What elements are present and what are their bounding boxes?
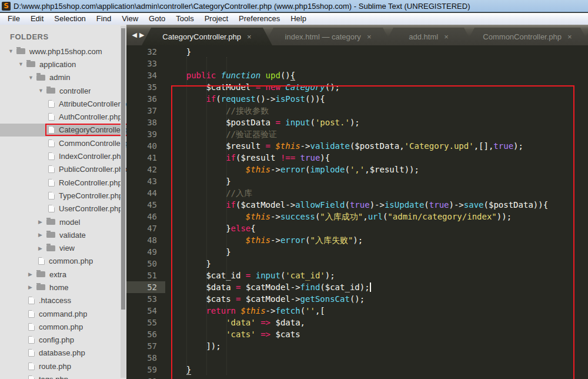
code-text[interactable]: //接收参数	[165, 105, 588, 117]
line-number[interactable]: 39	[126, 128, 165, 140]
collapsed-triangle-icon[interactable]: ▶	[28, 284, 36, 290]
menu-selection[interactable]: Selection	[49, 13, 91, 25]
tree-item-model[interactable]: ▶model	[0, 215, 126, 228]
code-text[interactable]: return $this->fetch('',[	[165, 305, 588, 317]
tree-item-usercontroller-php[interactable]: UserController.php	[0, 202, 126, 215]
code-text[interactable]	[165, 352, 588, 364]
line-number[interactable]: 47	[126, 222, 165, 234]
line-number[interactable]: 60	[126, 375, 165, 379]
collapsed-triangle-icon[interactable]: ▶	[38, 232, 46, 238]
code-text[interactable]: 'data' => $data,	[165, 317, 588, 328]
code-text[interactable]: }	[165, 46, 588, 58]
tab-scroll-left-icon[interactable]: ◀	[132, 31, 137, 39]
code-text[interactable]: $this->success("入库成功",url("admin/categor…	[165, 211, 588, 222]
menu-tools[interactable]: Tools	[171, 13, 199, 25]
line-number[interactable]: 44	[126, 187, 165, 199]
code-editor[interactable]: 32 }3334 public function upd(){35 $catMo…	[126, 45, 588, 379]
code-text[interactable]: //入库	[165, 187, 588, 199]
tree-item-commoncontroller-php[interactable]: CommonController.php	[0, 137, 126, 149]
code-text[interactable]: $catModel = new Category();	[165, 81, 588, 93]
menu-goto[interactable]: Goto	[143, 13, 171, 25]
sidebar-scrollbar[interactable]	[121, 26, 126, 378]
line-number[interactable]: 34	[126, 69, 165, 81]
menu-edit[interactable]: Edit	[25, 13, 49, 25]
menu-preferences[interactable]: Preferences	[233, 13, 285, 25]
tab-scroll-right-icon[interactable]: ▶	[139, 31, 144, 39]
collapsed-triangle-icon[interactable]: ▶	[38, 219, 46, 225]
line-number[interactable]: 58	[126, 352, 165, 364]
code-text[interactable]: }	[165, 175, 588, 187]
code-text[interactable]: 'cats' => $cats	[165, 328, 588, 340]
code-text[interactable]: //验证器验证	[165, 128, 588, 140]
tree-item-common-php[interactable]: common.php	[0, 255, 126, 268]
menu-find[interactable]: Find	[91, 13, 116, 25]
tree-item-indexcontroller-php[interactable]: IndexController.php	[0, 149, 126, 162]
tree-item-validate[interactable]: ▶validate	[0, 228, 126, 241]
line-number[interactable]: 51	[126, 270, 165, 281]
line-number[interactable]: 59	[126, 364, 165, 375]
tree-item-view[interactable]: ▶view	[0, 241, 126, 254]
line-number[interactable]: 48	[126, 234, 165, 246]
tree-item-database-php[interactable]: database.php	[0, 347, 126, 360]
line-number[interactable]: 43	[126, 175, 165, 187]
tree-item-home[interactable]: ▶home	[0, 281, 126, 294]
code-text[interactable]: if($catModel->allowField(true)->isUpdate…	[165, 199, 588, 211]
tree-item-rolecontroller-php[interactable]: RoleController.php	[0, 176, 126, 189]
line-number[interactable]: 53	[126, 293, 165, 305]
line-number[interactable]: 38	[126, 117, 165, 128]
line-number[interactable]: 32	[126, 46, 165, 58]
code-text[interactable]: $this->error(implode(',',$result));	[165, 164, 588, 175]
tree-item-command-php[interactable]: command.php	[0, 307, 126, 320]
code-text[interactable]: }else{	[165, 222, 588, 234]
line-number[interactable]: 35	[126, 81, 165, 93]
tree-item-route-php[interactable]: route.php	[0, 360, 126, 373]
tree-item--htaccess[interactable]: .htaccess	[0, 294, 126, 307]
tab-close-icon[interactable]: ×	[444, 32, 449, 41]
tab-index-html-category[interactable]: index.html — category×	[264, 28, 392, 45]
line-number[interactable]: 42	[126, 164, 165, 175]
tab-close-icon[interactable]: ×	[367, 32, 372, 41]
line-number[interactable]: 37	[126, 105, 165, 117]
line-number[interactable]: 57	[126, 340, 165, 352]
tree-item-common-php[interactable]: common.php	[0, 320, 126, 333]
tree-item-attributecontroller-php[interactable]: AttributeController.php	[0, 97, 126, 110]
code-text[interactable]: if(request()->isPost()){	[165, 93, 588, 105]
tree-item-config-php[interactable]: config.php	[0, 334, 126, 347]
menu-help[interactable]: Help	[285, 13, 312, 25]
expanded-triangle-icon[interactable]: ▼	[8, 48, 16, 54]
line-number[interactable]: 50	[126, 258, 165, 270]
tree-item-controller[interactable]: ▼controller	[0, 84, 126, 97]
code-text[interactable]: ]);	[165, 340, 588, 352]
tree-item-typecontroller-php[interactable]: TypeController.php	[0, 189, 126, 202]
line-number[interactable]: 49	[126, 246, 165, 258]
tree-item-categorycontroller-php[interactable]: CategoryController.php	[0, 124, 126, 137]
tree-item-extra[interactable]: ▶extra	[0, 268, 126, 281]
tree-item-www-php15shop-com[interactable]: ▼www.php15shop.com	[0, 45, 126, 58]
code-text[interactable]: $postData = input('post.');	[165, 117, 588, 128]
code-text[interactable]: }	[165, 246, 588, 258]
line-number[interactable]: 45	[126, 199, 165, 211]
expanded-triangle-icon[interactable]: ▼	[18, 61, 26, 67]
menu-view[interactable]: View	[116, 13, 143, 25]
line-number[interactable]: 36	[126, 93, 165, 105]
collapsed-triangle-icon[interactable]: ▶	[28, 271, 36, 277]
tab-add-html[interactable]: add.html×	[384, 28, 473, 45]
line-number[interactable]: 54	[126, 305, 165, 317]
line-number[interactable]: 40	[126, 140, 165, 152]
line-number[interactable]: 56	[126, 328, 165, 340]
code-text[interactable]: $cat_id = input('cat_id');	[165, 270, 588, 281]
tree-item-admin[interactable]: ▼admin	[0, 71, 126, 84]
line-number[interactable]: 52	[126, 281, 165, 293]
tab-commoncontroller-php[interactable]: CommonController.php×	[465, 28, 588, 45]
line-number[interactable]: 46	[126, 211, 165, 222]
line-number[interactable]: 33	[126, 58, 165, 69]
tab-close-icon[interactable]: ×	[247, 32, 252, 41]
menu-file[interactable]: File	[2, 13, 25, 25]
code-text[interactable]: $this->error("入库失败");	[165, 234, 588, 246]
expanded-triangle-icon[interactable]: ▼	[38, 88, 46, 94]
tree-item-tags-php[interactable]: tags.php	[0, 373, 126, 379]
code-text[interactable]	[165, 58, 588, 69]
sidebar-scrollbar-thumb[interactable]	[121, 28, 125, 310]
code-text[interactable]: if($result !== true){	[165, 152, 588, 164]
code-text[interactable]: public function upd(){	[165, 69, 588, 81]
